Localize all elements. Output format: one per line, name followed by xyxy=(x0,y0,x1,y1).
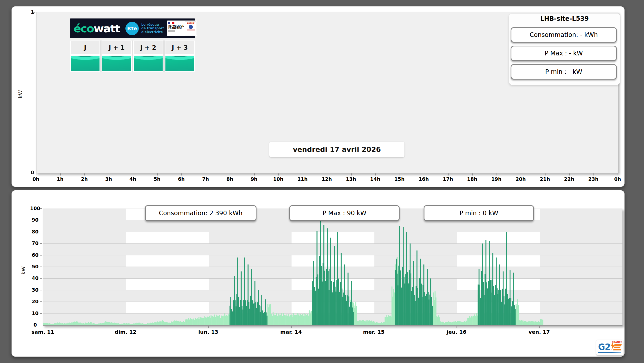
kw-tick-label: 40 xyxy=(28,275,42,281)
rte-tagline-line: de transport xyxy=(141,26,164,30)
hour-tick-label: 8h xyxy=(222,176,237,182)
day-button-j[interactable]: J xyxy=(70,41,100,55)
hour-tick-label: 5h xyxy=(150,176,165,182)
tick-mark xyxy=(400,173,400,175)
hour-tick-label: 1h xyxy=(53,176,68,182)
tick-mark xyxy=(424,173,424,175)
ecowatt-logo-watt: watt xyxy=(94,22,120,35)
kw-tick-label: 80 xyxy=(28,229,42,234)
stat-pmax-total: P Max : 90 kW xyxy=(289,205,400,221)
ecowatt-signal-tile-green xyxy=(102,55,132,72)
tick-mark xyxy=(40,301,42,302)
ademe-text-bar xyxy=(187,31,195,31)
y-axis-label: kW xyxy=(20,266,26,274)
kw-tick-label: 10 xyxy=(28,310,42,316)
history-panel: kW 1009080706050403020100 sam. 11dim. 12… xyxy=(12,190,625,357)
hour-tick-label: 9h xyxy=(246,176,262,182)
history-bars-chart xyxy=(43,209,622,325)
tick-mark xyxy=(60,173,61,175)
hour-tick-label: 15h xyxy=(392,176,407,182)
day-tick-label: jeu. 16 xyxy=(436,329,477,335)
ademe-globe-icon xyxy=(189,25,193,29)
ecowatt-signal-tile-green xyxy=(70,55,100,72)
tick-mark xyxy=(593,173,594,175)
day-tick-label: dim. 12 xyxy=(105,329,146,335)
tick-mark xyxy=(157,173,158,175)
y-axis-label: kW xyxy=(17,90,23,98)
hour-tick-label: 0h xyxy=(28,176,44,182)
tick-mark xyxy=(375,173,376,175)
y-tick-mark xyxy=(33,12,35,13)
g2e-wordmark: G2 xyxy=(598,342,610,352)
tick-mark xyxy=(545,173,546,175)
day-button-j2[interactable]: J + 2 xyxy=(133,41,163,55)
ademe-badge: ADEME xyxy=(185,21,196,35)
ecowatt-banner: écowatt Rte Le réseau de transport d'éle… xyxy=(70,18,195,38)
kw-tick-label: 0 xyxy=(28,322,42,328)
tick-mark xyxy=(569,173,570,175)
day-tick-label: ven. 17 xyxy=(519,329,560,335)
forecast-day-buttons: J J + 1 J + 2 J + 3 xyxy=(70,41,195,55)
hour-tick-label: 16h xyxy=(416,176,431,182)
day-button-j1[interactable]: J + 1 xyxy=(102,41,132,55)
tick-mark xyxy=(36,173,36,175)
tick-mark xyxy=(327,173,327,175)
kw-tick-label: 100 xyxy=(28,205,42,211)
hour-tick-label: 20h xyxy=(513,176,528,182)
day-tick-label: lun. 13 xyxy=(188,329,229,335)
hour-tick-label: 3h xyxy=(101,176,116,182)
tick-mark xyxy=(521,173,521,175)
tick-mark xyxy=(374,326,374,328)
tick-mark xyxy=(40,208,42,209)
y-tick-label: 1 xyxy=(24,9,34,15)
motto-bar xyxy=(168,31,175,32)
g2e-e-bar xyxy=(614,344,622,346)
y-tick-mark xyxy=(33,173,35,173)
tick-mark xyxy=(126,326,126,328)
republique-francaise-badge: RÉPUBLIQUE FRANÇAISE ADEME xyxy=(167,21,197,36)
hour-tick-label: 6h xyxy=(174,176,189,182)
hour-tick-label: 23h xyxy=(586,176,601,182)
forecast-panel: écowatt Rte Le réseau de transport d'éle… xyxy=(12,6,625,187)
history-plot[interactable] xyxy=(43,209,622,326)
ecowatt-logo: écowatt xyxy=(74,22,120,35)
y-tick-label: 0 xyxy=(24,170,34,175)
kw-tick-label: 50 xyxy=(28,264,42,269)
tick-mark xyxy=(40,232,42,232)
tick-mark xyxy=(40,278,42,279)
site-stats-panel: LHB-site-L539 Consommation: - kWh P Max … xyxy=(509,14,620,85)
ecowatt-logo-eco: éco xyxy=(74,22,94,35)
motto-bar xyxy=(168,30,175,31)
hour-tick-label: 17h xyxy=(440,176,456,182)
g2e-e-bar xyxy=(613,349,621,350)
tick-mark xyxy=(539,326,540,328)
ecowatt-signal-tile-green xyxy=(133,55,163,72)
hour-tick-label: 11h xyxy=(295,176,310,182)
g2e-e-bar xyxy=(613,347,621,348)
rte-logo: Rte xyxy=(125,22,139,35)
hour-tick-label: 14h xyxy=(368,176,383,182)
hour-tick-label: 18h xyxy=(464,176,480,182)
g2e-tagline-bar xyxy=(598,352,621,353)
ecowatt-signal-tile-green xyxy=(165,55,195,72)
rte-tagline-line: d'électricité xyxy=(141,30,164,34)
day-button-j3[interactable]: J + 3 xyxy=(165,41,195,55)
tick-mark xyxy=(351,173,352,175)
kw-tick-label: 30 xyxy=(28,287,42,293)
day-tick-label: sam. 11 xyxy=(22,329,63,335)
french-flag-icon xyxy=(168,22,174,24)
stat-pmin-total: P min : 0 kW xyxy=(424,205,534,221)
tick-mark xyxy=(109,173,109,175)
kw-tick-label: 60 xyxy=(28,252,42,258)
ademe-text-bar xyxy=(187,30,195,30)
rte-logo-text: Rte xyxy=(127,25,137,32)
stat-consommation: Consommation: - kWh xyxy=(511,27,617,43)
kw-tick-label: 90 xyxy=(28,217,42,223)
rte-tagline-line: Le réseau xyxy=(141,23,164,26)
tick-mark xyxy=(40,255,42,256)
tick-mark xyxy=(181,173,182,175)
tick-mark xyxy=(133,173,133,175)
tick-mark xyxy=(40,325,42,325)
kw-tick-label: 70 xyxy=(28,240,42,246)
rte-tagline: Le réseau de transport d'électricité xyxy=(141,23,164,34)
